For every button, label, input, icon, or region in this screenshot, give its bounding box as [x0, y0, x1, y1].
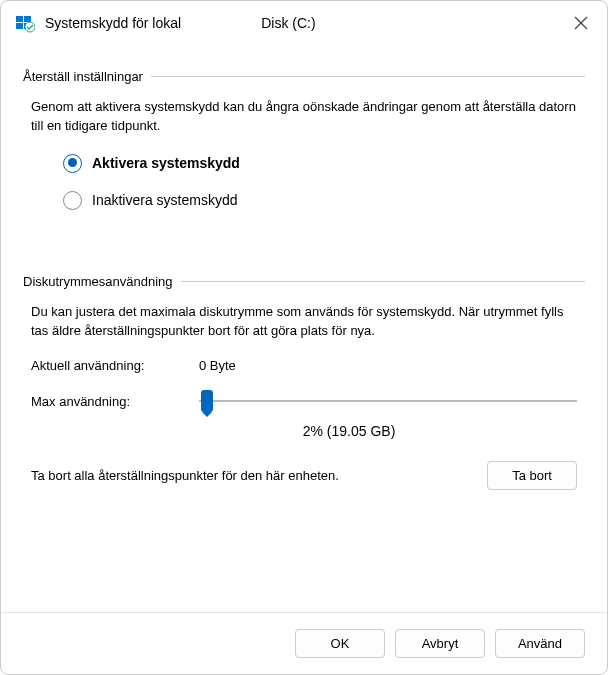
slider-thumb[interactable]: [201, 390, 213, 412]
usage-description: Du kan justera det maximala diskutrymme …: [31, 303, 577, 341]
divider: [151, 76, 585, 77]
group-header: Återställ inställningar: [23, 69, 585, 84]
delete-row: Ta bort alla återställningspunkter för d…: [31, 461, 577, 490]
svg-rect-2: [16, 23, 23, 29]
max-usage-slider[interactable]: [199, 389, 577, 413]
restore-settings-group: Återställ inställningar Genom att aktive…: [23, 69, 585, 260]
system-protection-icon: [15, 13, 35, 33]
group-header: Diskutrymmesanvändning: [23, 274, 585, 289]
current-usage-label: Aktuell användning:: [31, 358, 181, 373]
enable-protection-radio[interactable]: Aktivera systemskydd: [63, 154, 585, 173]
ok-button[interactable]: OK: [295, 629, 385, 658]
titlebar: Systemskydd för lokal Disk (C:): [1, 1, 607, 41]
apply-button[interactable]: Använd: [495, 629, 585, 658]
close-button[interactable]: [569, 11, 593, 35]
restore-description: Genom att aktivera systemskydd kan du ån…: [31, 98, 577, 136]
svg-rect-1: [24, 16, 31, 22]
content-area: Återställ inställningar Genom att aktive…: [1, 41, 607, 612]
max-usage-label: Max användning:: [31, 394, 181, 409]
usage-header-label: Diskutrymmesanvändning: [23, 274, 173, 289]
protection-options: Aktivera systemskydd Inaktivera systemsk…: [63, 154, 585, 210]
current-usage-value: 0 Byte: [199, 358, 236, 373]
restore-header-label: Återställ inställningar: [23, 69, 143, 84]
delete-button[interactable]: Ta bort: [487, 461, 577, 490]
disk-label: Disk (C:): [261, 15, 315, 31]
svg-rect-0: [16, 16, 23, 22]
max-usage-row: Max användning:: [31, 389, 577, 413]
system-protection-dialog: Systemskydd för lokal Disk (C:) Återstäl…: [0, 0, 608, 675]
dialog-footer: OK Avbryt Använd: [1, 612, 607, 674]
radio-label: Inaktivera systemskydd: [92, 192, 238, 208]
slider-value-label: 2% (19.05 GB): [113, 423, 585, 439]
disable-protection-radio[interactable]: Inaktivera systemskydd: [63, 191, 585, 210]
radio-icon: [63, 191, 82, 210]
delete-description: Ta bort alla återställningspunkter för d…: [31, 468, 475, 483]
window-title: Systemskydd för lokal: [45, 15, 181, 31]
radio-icon: [63, 154, 82, 173]
divider: [181, 281, 585, 282]
slider-track: [199, 400, 577, 402]
disk-usage-group: Diskutrymmesanvändning Du kan justera de…: [23, 274, 585, 499]
cancel-button[interactable]: Avbryt: [395, 629, 485, 658]
radio-label: Aktivera systemskydd: [92, 155, 240, 171]
close-icon: [574, 16, 588, 30]
current-usage-row: Aktuell användning: 0 Byte: [31, 358, 577, 373]
